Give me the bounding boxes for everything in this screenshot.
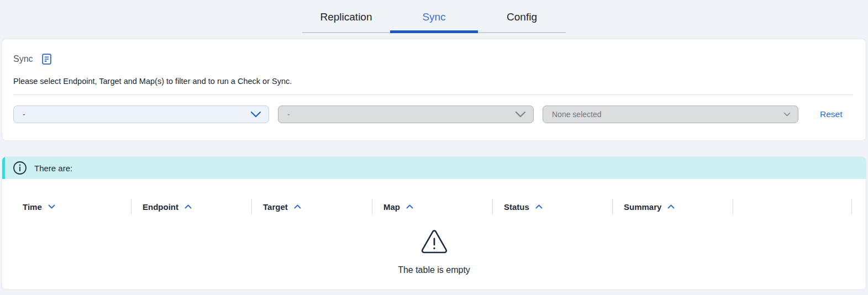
column-label: Summary <box>624 202 661 212</box>
tab-sync[interactable]: Sync <box>390 9 478 33</box>
column-sort-icon <box>185 204 192 209</box>
column-label: Target <box>263 202 288 212</box>
table-empty-state: The table is empty <box>2 229 866 275</box>
target-select-value: - <box>287 110 290 119</box>
chevron-down-icon <box>250 111 261 118</box>
info-banner-text: There are: <box>34 164 72 173</box>
empty-table-message: The table is empty <box>2 265 866 275</box>
map-multiselect[interactable]: None selected <box>543 106 798 123</box>
divider <box>13 94 853 95</box>
column-label: Endpoint <box>143 202 178 212</box>
page-title: Sync <box>13 54 33 64</box>
tab-bar: Replication Sync Config <box>0 0 868 39</box>
column-header-actions <box>733 199 852 214</box>
column-label: Map <box>383 202 400 212</box>
tab-replication[interactable]: Replication <box>302 9 390 33</box>
filter-controls: - - None selected Reset <box>13 106 866 123</box>
chevron-down-icon <box>783 112 791 117</box>
sync-results-card: There are: Time Endpoint Target <box>2 156 866 290</box>
tab-strip: Replication Sync Config <box>302 9 566 33</box>
column-sort-icon <box>48 204 55 209</box>
tab-config[interactable]: Config <box>478 9 566 33</box>
reset-button[interactable]: Reset <box>820 109 843 119</box>
column-header-target[interactable]: Target <box>252 199 372 214</box>
column-sort-icon <box>667 204 675 209</box>
column-sort-icon <box>406 204 413 209</box>
endpoint-select[interactable]: - <box>13 106 269 123</box>
column-sort-icon <box>294 204 301 209</box>
info-icon <box>13 161 27 175</box>
column-header-endpoint[interactable]: Endpoint <box>131 199 252 214</box>
chevron-down-icon <box>515 111 526 118</box>
column-label: Status <box>504 202 529 212</box>
warning-triangle-icon <box>420 229 448 255</box>
target-select[interactable]: - <box>278 106 534 123</box>
column-header-status[interactable]: Status <box>493 199 613 214</box>
sync-filter-card: Sync Please select Endpoint, Target and … <box>2 39 866 141</box>
endpoint-select-value: - <box>23 110 25 119</box>
column-sort-icon <box>535 204 543 209</box>
filter-instructions: Please select Endpoint, Target and Map(s… <box>2 65 866 86</box>
column-header-time[interactable]: Time <box>2 199 131 214</box>
column-label: Time <box>23 202 42 212</box>
document-info-icon[interactable] <box>41 53 52 65</box>
map-multiselect-value: None selected <box>552 110 602 119</box>
table-header: Time Endpoint Target Ma <box>2 197 866 216</box>
column-header-map[interactable]: Map <box>372 199 493 214</box>
info-banner: There are: <box>2 157 866 179</box>
column-header-summary[interactable]: Summary <box>613 199 733 214</box>
